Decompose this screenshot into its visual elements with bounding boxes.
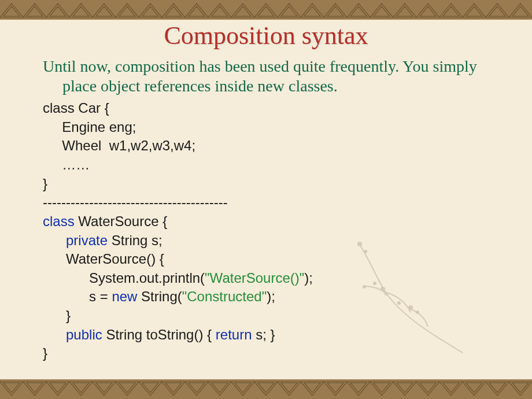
border-pattern-bottom: [0, 379, 532, 399]
code-text: String toString() {: [102, 327, 216, 342]
code-text: );: [304, 270, 313, 286]
code-text: s; }: [252, 327, 275, 342]
keyword-new: new: [112, 289, 137, 304]
border-pattern-top: [0, 0, 532, 20]
code-line: ……: [43, 157, 90, 172]
decorative-border-top: [0, 0, 532, 20]
code-line: }: [43, 176, 47, 191]
code-block: class Car { Engine eng; Wheel w1,w2,w3,w…: [43, 99, 497, 363]
keyword-private: private: [43, 232, 108, 248]
code-line: class Car {: [43, 100, 109, 116]
code-text: System.out.println(: [43, 270, 205, 286]
keyword-class: class: [43, 213, 75, 229]
code-line: }: [43, 345, 47, 361]
code-line: Engine eng;: [43, 119, 136, 135]
decorative-border-bottom: [0, 379, 532, 399]
slide-title: Composition syntax: [0, 21, 532, 50]
code-text: WaterSource {: [75, 213, 168, 229]
keyword-return: return: [216, 327, 252, 342]
keyword-public: public: [43, 327, 102, 342]
string-literal: "WaterSource()": [205, 270, 304, 286]
code-text: s =: [43, 289, 112, 304]
code-text: );: [267, 289, 275, 304]
code-line: }: [43, 308, 71, 323]
intro-text: Until now, composition has been used qui…: [43, 57, 497, 95]
code-line: Wheel w1,w2,w3,w4;: [43, 138, 195, 153]
string-literal: "Constructed": [182, 289, 267, 304]
code-text: String s;: [108, 232, 162, 248]
slide-content: Until now, composition has been used qui…: [43, 57, 497, 363]
code-text: String(: [137, 289, 182, 304]
code-line: WaterSource() {: [43, 251, 164, 267]
code-separator: ----------------------------------------: [43, 194, 228, 210]
